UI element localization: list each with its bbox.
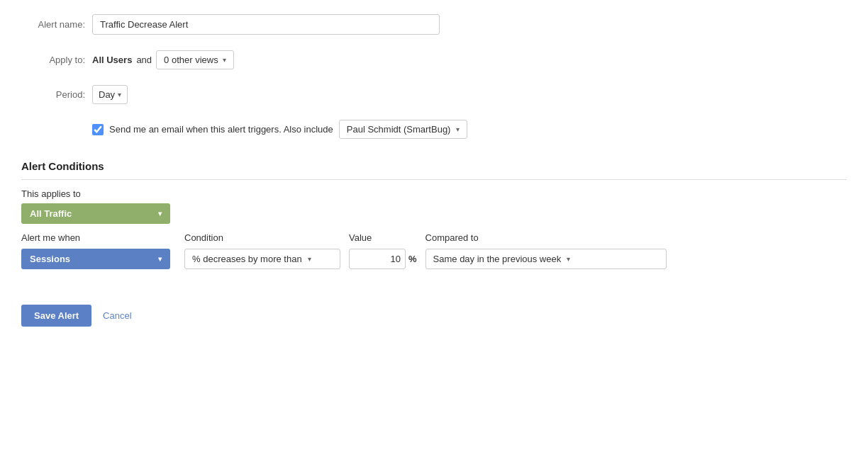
save-alert-button[interactable]: Save Alert xyxy=(21,305,91,327)
alert-conditions-section: Alert Conditions This applies to All Tra… xyxy=(21,160,847,269)
period-label: Period: xyxy=(21,89,85,100)
also-include-dropdown[interactable]: Paul Schmidt (SmartBug) ▾ xyxy=(339,120,468,139)
alert-name-label: Alert name: xyxy=(21,19,85,30)
period-value: Day xyxy=(99,89,115,100)
period-dropdown[interactable]: Day ▾ xyxy=(92,85,128,104)
value-col: Value % xyxy=(349,232,417,269)
condition-label: Condition xyxy=(184,232,340,243)
period-row: Period: Day ▾ xyxy=(21,85,847,104)
value-label: Value xyxy=(349,232,417,243)
compared-to-value: Same day in the previous week xyxy=(433,254,562,264)
compared-to-label: Compared to xyxy=(425,232,667,243)
chevron-down-icon: ▾ xyxy=(223,56,226,64)
email-label: Send me an email when this alert trigger… xyxy=(109,124,333,135)
chevron-down-icon: ▾ xyxy=(308,255,311,263)
sessions-col: Alert me when Sessions ▾ xyxy=(21,232,170,269)
alert-name-input[interactable] xyxy=(92,14,440,35)
chevron-down-icon: ▾ xyxy=(118,91,121,98)
chevron-down-icon: ▾ xyxy=(158,210,162,217)
value-input[interactable] xyxy=(349,249,406,269)
other-views-label: 0 other views xyxy=(164,55,218,65)
condition-dropdown[interactable]: % decreases by more than ▾ xyxy=(184,249,340,269)
condition-value: % decreases by more than xyxy=(192,254,302,264)
other-views-dropdown[interactable]: 0 other views ▾ xyxy=(156,50,234,69)
compared-col: Compared to Same day in the previous wee… xyxy=(425,232,667,269)
traffic-dropdown[interactable]: All Traffic ▾ xyxy=(21,203,170,224)
sessions-value: Sessions xyxy=(30,254,70,264)
compared-to-dropdown[interactable]: Same day in the previous week ▾ xyxy=(425,249,667,269)
all-users-text: All Users xyxy=(92,55,132,65)
apply-to-controls: All Users and 0 other views ▾ xyxy=(92,50,234,69)
percent-sign: % xyxy=(408,254,417,264)
apply-to-row: Apply to: All Users and 0 other views ▾ xyxy=(21,50,847,69)
value-input-wrap: % xyxy=(349,249,417,269)
email-checkbox[interactable] xyxy=(92,124,104,135)
sessions-dropdown[interactable]: Sessions ▾ xyxy=(21,249,170,269)
traffic-value: All Traffic xyxy=(30,208,72,219)
footer-buttons: Save Alert Cancel xyxy=(21,305,847,327)
this-applies-label: This applies to xyxy=(21,188,847,199)
chevron-down-icon: ▾ xyxy=(567,255,570,263)
chevron-down-icon: ▾ xyxy=(456,125,460,133)
section-title: Alert Conditions xyxy=(21,160,847,172)
conditions-row: Alert me when Sessions ▾ Condition % dec… xyxy=(21,232,847,269)
condition-col: Condition % decreases by more than ▾ xyxy=(184,232,340,269)
chevron-down-icon: ▾ xyxy=(158,255,162,263)
alert-name-row: Alert name: xyxy=(21,14,847,35)
conditions-table: This applies to All Traffic ▾ Alert me w… xyxy=(21,179,847,269)
alert-me-when-label: Alert me when xyxy=(21,232,170,243)
and-text: and xyxy=(136,55,152,65)
also-include-value: Paul Schmidt (SmartBug) xyxy=(347,124,451,135)
email-row: Send me an email when this alert trigger… xyxy=(92,120,847,139)
apply-to-label: Apply to: xyxy=(21,55,85,65)
cancel-button[interactable]: Cancel xyxy=(103,310,131,321)
